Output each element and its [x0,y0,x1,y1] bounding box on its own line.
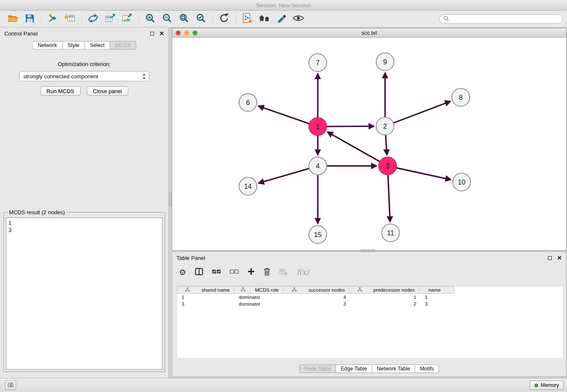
zoom-in-button[interactable] [143,12,158,26]
graph-edge-3-11[interactable] [388,174,390,222]
mcds-result-title: MCDS result (2 nodes) [8,209,66,215]
graph-edge-1-2[interactable] [326,126,374,127]
show-columns-button[interactable] [194,267,204,278]
svg-text:15: 15 [314,231,322,238]
delete-column-button[interactable] [263,267,271,278]
maximize-window-icon[interactable]: + [193,30,198,36]
tab-select[interactable]: Select [85,41,110,50]
toolbar-separator [236,14,236,25]
columns-icon [195,268,203,276]
svg-text:6: 6 [246,99,250,106]
toolbar-separator [138,14,139,25]
export-image-button[interactable] [119,12,135,26]
add-column-button[interactable] [247,267,256,278]
plus-icon [248,268,255,276]
graph-node-1[interactable]: 1 [309,118,327,135]
import-network-button[interactable] [45,12,61,26]
tab-style[interactable]: Style [62,41,85,50]
close-panel-button[interactable]: Close panel [87,86,129,96]
export-network-button[interactable] [85,12,101,26]
import-table-button[interactable] [62,12,77,26]
home-button[interactable] [257,12,272,26]
style-button[interactable] [274,12,289,26]
svg-text:10: 10 [458,179,465,186]
graph-node-8[interactable]: 8 [452,88,470,106]
open-session-button[interactable] [5,12,20,26]
apply-layout-button[interactable] [217,12,232,26]
export-table-button[interactable] [102,12,118,26]
show-panels-button[interactable] [5,381,16,390]
table-cell: 4 [284,295,350,300]
delete-table-icon [279,268,288,276]
tab-network[interactable]: Network [32,41,63,50]
deselect-all-button[interactable] [229,267,239,278]
import-network-icon [47,14,58,24]
column-header-MCDS-role[interactable]: MCDS role [234,286,284,294]
toolbar-separator [212,14,213,25]
close-panel-icon[interactable]: ✕ [557,255,562,261]
graph-edge-4-14[interactable] [259,168,310,183]
tab-motifs[interactable]: Motifs [415,364,439,373]
float-panel-icon[interactable] [150,32,154,36]
column-header-shared-name[interactable]: shared name [177,286,234,294]
table-row[interactable]: 1dominator411 [177,294,563,301]
tab-edge-table[interactable]: Edge Table [336,364,372,373]
network-graph[interactable]: 1234678910111415 [172,38,566,250]
save-session-button[interactable] [22,12,37,26]
table-settings-button[interactable]: ⚙ [178,267,187,278]
run-mcds-button[interactable]: Run MCDS [40,86,81,96]
list-icon [8,382,14,389]
table-cell: 1 [177,295,234,300]
graph-node-15[interactable]: 15 [309,226,327,243]
vertical-splitter-handle[interactable] [169,193,171,207]
graph-node-2[interactable]: 2 [376,117,394,135]
graph-edge-3-10[interactable] [396,168,451,179]
table-row[interactable]: 3dominator323 [177,301,563,307]
graph-edge-2-8[interactable] [393,101,451,123]
style-paint-icon [276,14,286,24]
tab-network-table[interactable]: Network Table [372,364,416,373]
column-header-name[interactable]: name [419,286,454,294]
toolbar-separator [41,14,41,25]
table-cell: 2 [350,301,421,306]
window-title: Session: New Session [256,2,311,8]
zoom-out-button[interactable] [160,12,175,26]
graph-node-6[interactable]: 6 [239,94,257,111]
tab-mcds[interactable]: MCDS [110,41,136,50]
tab-node-table[interactable]: Node Table [299,364,336,373]
table-hierarchy-icon [284,287,308,293]
svg-text:14: 14 [244,183,252,190]
zoom-selected-button[interactable] [193,12,209,26]
column-header-successor-nodes[interactable]: successor nodes [283,286,350,294]
table-hierarchy-icon [178,287,201,293]
graph-node-7[interactable]: 7 [309,54,327,72]
network-window-titlebar: scc.txt × − + [172,28,566,38]
show-hide-button[interactable] [291,12,306,26]
close-window-icon[interactable]: × [176,30,181,36]
column-header-predecessor-nodes[interactable]: predecessor nodes [349,286,419,294]
graph-edge-1-6[interactable] [259,106,310,124]
graph-edge-2-3[interactable] [385,134,387,155]
select-all-button[interactable] [211,267,222,278]
new-network-from-selection-button[interactable] [240,12,255,26]
minimize-window-icon[interactable]: − [184,30,189,36]
graph-node-11[interactable]: 11 [382,224,399,242]
control-panel: Control Panel ✕ NetworkStyleSelectMCDS O… [0,28,169,378]
float-panel-icon[interactable] [548,256,552,260]
graph-node-3[interactable]: 3 [379,157,396,175]
memory-button[interactable]: Memory [530,381,564,390]
control-panel-tabs: NetworkStyleSelectMCDS [0,41,168,50]
window-titlebar: Session: New Session [0,0,567,11]
graph-edge-3-1[interactable] [328,132,381,162]
zoom-fit-button[interactable] [176,12,192,26]
status-bar: Memory [0,378,567,392]
graph-node-4[interactable]: 4 [309,157,327,175]
table-panel-title: Table Panel [176,255,205,261]
graph-node-10[interactable]: 10 [453,173,471,191]
delete-table-button-disabled [278,267,289,278]
graph-node-14[interactable]: 14 [239,177,257,195]
close-panel-icon[interactable]: ✕ [159,30,164,36]
search-input[interactable] [451,16,559,22]
graph-node-9[interactable]: 9 [376,53,394,71]
optimization-select[interactable]: strongly connected component [19,71,149,81]
